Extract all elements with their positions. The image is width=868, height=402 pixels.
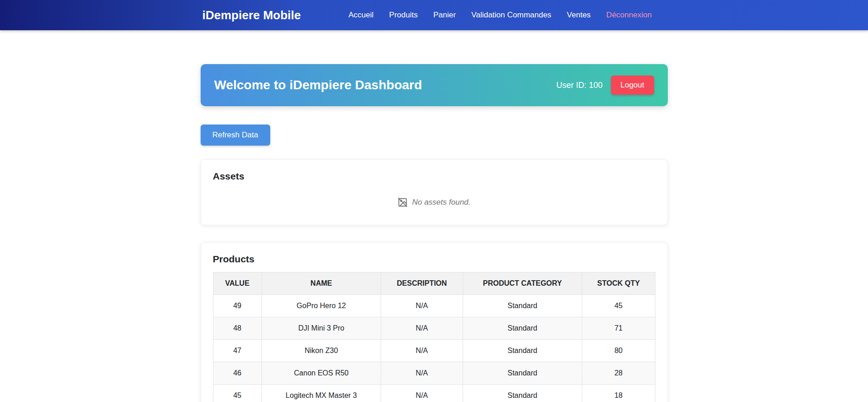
cell-name: DJI Mini 3 Pro [262, 317, 381, 340]
products-title: Products [213, 254, 655, 265]
logout-button[interactable]: Logout [611, 76, 654, 95]
cell-stock-qty: 71 [582, 317, 655, 340]
assets-title: Assets [213, 171, 655, 182]
cell-product-category: Standard [463, 362, 582, 385]
assets-empty-state: No assets found. [213, 197, 655, 207]
cell-value: 46 [213, 362, 262, 385]
nav-item-accueil[interactable]: Accueil [349, 11, 374, 20]
table-row: 46 Canon EOS R50 N/A Standard 28 [213, 362, 655, 385]
nav-item-ventes[interactable]: Ventes [567, 11, 591, 20]
cell-product-category: Standard [463, 340, 582, 362]
products-table-body: 49 GoPro Hero 12 N/A Standard 45 48 DJI … [213, 295, 655, 402]
column-header-description: DESCRIPTION [381, 272, 463, 295]
table-row: 45 Logitech MX Master 3 N/A Standard 18 [213, 385, 655, 402]
cell-name: Nikon Z30 [262, 340, 381, 362]
cell-description: N/A [381, 317, 463, 340]
cell-product-category: Standard [463, 295, 582, 317]
nav-item-validation-commandes[interactable]: Validation Commandes [471, 11, 551, 20]
navbar-container: iDempiere Mobile Accueil Produits Panier… [201, 8, 668, 22]
nav-links: Accueil Produits Panier Validation Comma… [349, 11, 652, 20]
table-header-row: VALUE NAME DESCRIPTION PRODUCT CATEGORY … [213, 272, 655, 295]
brand-title[interactable]: iDempiere Mobile [202, 8, 301, 22]
cell-value: 49 [213, 295, 262, 317]
nav-item-deconnexion[interactable]: Déconnexion [606, 11, 652, 20]
products-table-header: VALUE NAME DESCRIPTION PRODUCT CATEGORY … [213, 272, 655, 295]
column-header-product-category: PRODUCT CATEGORY [463, 272, 582, 295]
nav-item-panier[interactable]: Panier [433, 11, 456, 20]
cell-stock-qty: 80 [582, 340, 655, 362]
table-row: 49 GoPro Hero 12 N/A Standard 45 [213, 295, 655, 317]
cell-stock-qty: 45 [582, 295, 655, 317]
cell-value: 47 [213, 340, 262, 362]
cell-stock-qty: 28 [582, 362, 655, 385]
cell-value: 48 [213, 317, 262, 340]
cell-stock-qty: 18 [582, 385, 655, 402]
image-off-icon [398, 197, 408, 207]
refresh-data-button[interactable]: Refresh Data [201, 125, 270, 146]
column-header-value: VALUE [213, 272, 262, 295]
products-card: Products VALUE NAME DESCRIPTION PRODUCT … [201, 242, 668, 402]
cell-product-category: Standard [463, 317, 582, 340]
table-row: 47 Nikon Z30 N/A Standard 80 [213, 340, 655, 362]
products-table: VALUE NAME DESCRIPTION PRODUCT CATEGORY … [213, 272, 655, 402]
cell-name: Logitech MX Master 3 [262, 385, 381, 402]
welcome-title: Welcome to iDempiere Dashboard [214, 78, 422, 92]
cell-name: Canon EOS R50 [262, 362, 381, 385]
cell-description: N/A [381, 362, 463, 385]
navbar: iDempiere Mobile Accueil Produits Panier… [0, 0, 868, 30]
cell-value: 45 [213, 385, 262, 402]
user-group: User ID: 100 Logout [556, 76, 654, 95]
column-header-stock-qty: STOCK QTY [582, 272, 655, 295]
column-header-name: NAME [262, 272, 381, 295]
cell-description: N/A [381, 340, 463, 362]
user-id-text: User ID: 100 [556, 81, 602, 90]
cell-product-category: Standard [463, 385, 582, 402]
welcome-banner: Welcome to iDempiere Dashboard User ID: … [201, 64, 668, 106]
cell-description: N/A [381, 295, 463, 317]
cell-name: GoPro Hero 12 [262, 295, 381, 317]
assets-card: Assets No assets found. [201, 159, 668, 225]
assets-empty-message: No assets found. [412, 198, 471, 207]
cell-description: N/A [381, 385, 463, 402]
main-content: Welcome to iDempiere Dashboard User ID: … [201, 64, 668, 402]
nav-item-produits[interactable]: Produits [389, 11, 418, 20]
table-row: 48 DJI Mini 3 Pro N/A Standard 71 [213, 317, 655, 340]
